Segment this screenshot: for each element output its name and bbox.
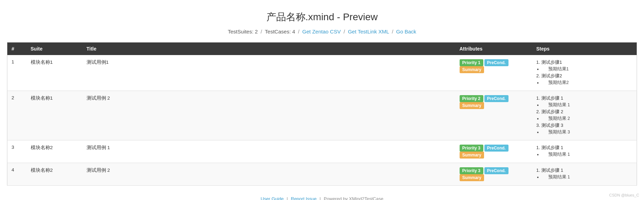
cell-attributes: Priority 2PreCond.Summary — [455, 91, 532, 140]
link-back[interactable]: Go Back — [396, 29, 416, 34]
step-main: 1. 测试步骤 1 — [536, 167, 633, 174]
badge-priority: Priority 3 — [460, 167, 483, 174]
cell-steps: 1. 测试步骤 1预期结果 1 — [532, 140, 637, 163]
header-suite: Suite — [27, 43, 82, 55]
step-main: 1. 测试步骤 1 — [536, 95, 633, 101]
table-row: 3模块名称2测试用例 1Priority 3PreCond.Summary1. … — [7, 140, 637, 163]
badge-summary: Summary — [460, 152, 484, 159]
testcases-label: TestCases: — [265, 29, 291, 34]
header-num: # — [7, 43, 27, 55]
footer-sep1: | — [287, 196, 288, 200]
cell-attributes: Priority 3PreCond.Summary — [455, 140, 532, 163]
cell-title: 测试用例 1 — [82, 140, 455, 163]
cell-steps: 1. 测试步骤 1预期结果 1 — [532, 163, 637, 186]
page-title: 产品名称.xmind - Preview — [7, 10, 637, 24]
watermark: CSDN @blues_C — [609, 193, 639, 197]
cell-steps: 1. 测试步骤1预期结果12. 测试步骤2预期结果2 — [532, 55, 637, 91]
testcases-count: 4 — [292, 29, 295, 34]
cell-suite: 模块名称2 — [27, 163, 82, 186]
step-sub: 预期结果 1 — [542, 152, 633, 157]
footer: User Guide | Report Issue | Powered by X… — [7, 196, 637, 200]
cell-suite: 模块名称1 — [27, 55, 82, 91]
step-main: 2. 测试步骤2 — [536, 73, 633, 79]
step-sub: 预期结果 3 — [542, 129, 633, 135]
badge-priority: Priority 2 — [460, 95, 483, 102]
step-sub: 预期结果2 — [542, 80, 633, 86]
sep2: / — [298, 29, 299, 34]
cell-title: 测试用例1 — [82, 55, 455, 91]
badge-summary: Summary — [460, 102, 484, 109]
step-main: 1. 测试步骤1 — [536, 59, 633, 66]
cell-attributes: Priority 1PreCond.Summary — [455, 55, 532, 91]
page-wrapper: 产品名称.xmind - Preview TestSuites: 2 / Tes… — [0, 0, 644, 200]
step-sub: 预期结果 1 — [542, 102, 633, 108]
cell-title: 测试用例 2 — [82, 91, 455, 140]
table-header-row: # Suite Title Attributes Steps — [7, 43, 637, 55]
sep4: / — [392, 29, 393, 34]
table-row: 1模块名称1测试用例1Priority 1PreCond.Summary1. 测… — [7, 55, 637, 91]
cell-suite: 模块名称2 — [27, 140, 82, 163]
footer-powered-by: Powered by XMind2TestCase — [324, 196, 383, 200]
badge-precond: PreCond. — [484, 145, 508, 152]
footer-report-issue[interactable]: Report Issue — [291, 196, 317, 200]
cell-num: 2 — [7, 91, 27, 140]
badge-precond: PreCond. — [484, 59, 508, 66]
sep3: / — [344, 29, 345, 34]
table-row: 4模块名称2测试用例 2Priority 3PreCond.Summary1. … — [7, 163, 637, 186]
badge-priority: Priority 3 — [460, 145, 483, 152]
badge-precond: PreCond. — [484, 167, 508, 174]
step-main: 2. 测试步骤 2 — [536, 109, 633, 115]
sep1: / — [261, 29, 262, 34]
testsuites-label: TestSuites: — [228, 29, 253, 34]
testsuites-count: 2 — [255, 29, 258, 34]
cell-attributes: Priority 3PreCond.Summary — [455, 163, 532, 186]
step-sub: 预期结果 1 — [542, 174, 633, 180]
header-title: Title — [82, 43, 455, 55]
step-sub: 预期结果1 — [542, 66, 633, 72]
cell-num: 3 — [7, 140, 27, 163]
main-table: # Suite Title Attributes Steps 1模块名称1测试用… — [7, 42, 637, 186]
cell-steps: 1. 测试步骤 1预期结果 12. 测试步骤 2预期结果 23. 测试步骤 3预… — [532, 91, 637, 140]
step-main: 1. 测试步骤 1 — [536, 145, 633, 151]
header-steps: Steps — [532, 43, 637, 55]
footer-sep2: | — [320, 196, 321, 200]
badge-priority: Priority 1 — [460, 59, 483, 66]
badge-precond: PreCond. — [484, 95, 508, 102]
subtitle: TestSuites: 2 / TestCases: 4 / Get Zenta… — [7, 29, 637, 34]
badge-summary: Summary — [460, 66, 484, 73]
step-sub: 预期结果 2 — [542, 116, 633, 122]
badge-summary: Summary — [460, 174, 484, 181]
link-xml[interactable]: Get TestLink XML — [348, 29, 389, 34]
step-main: 3. 测试步骤 3 — [536, 122, 633, 129]
cell-num: 4 — [7, 163, 27, 186]
footer-user-guide[interactable]: User Guide — [261, 196, 284, 200]
cell-num: 1 — [7, 55, 27, 91]
cell-title: 测试用例 2 — [82, 163, 455, 186]
header-attributes: Attributes — [455, 43, 532, 55]
table-row: 2模块名称1测试用例 2Priority 2PreCond.Summary1. … — [7, 91, 637, 140]
link-csv[interactable]: Get Zentao CSV — [302, 29, 341, 34]
cell-suite: 模块名称1 — [27, 91, 82, 140]
